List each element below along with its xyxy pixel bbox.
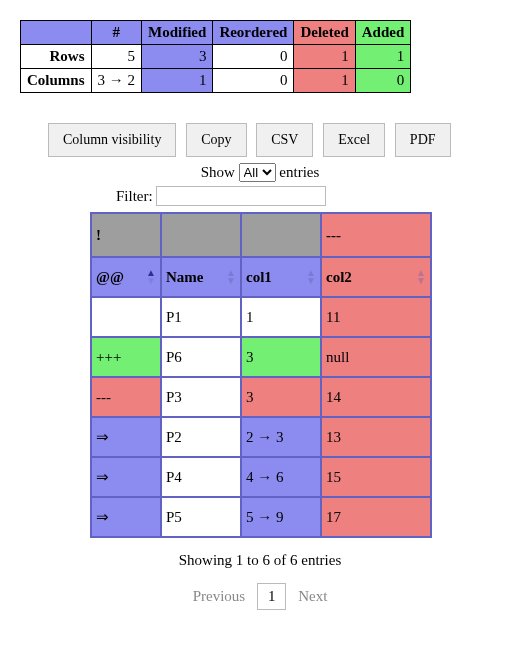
diff-header-row-1: ! --- (91, 213, 431, 257)
diff-cell: 17 (321, 497, 431, 537)
diff-cell: 2 → 3 (241, 417, 321, 457)
diff-h2-c3-label: col2 (326, 269, 352, 285)
diff-cell (91, 297, 161, 337)
diff-h1-c1 (161, 213, 241, 257)
diff-cell: ⇒ (91, 457, 161, 497)
excel-button[interactable]: Excel (323, 123, 385, 157)
length-menu-select[interactable]: All (239, 163, 276, 182)
diff-h2-c0-label: @@ (96, 269, 124, 285)
diff-cell: ⇒ (91, 497, 161, 537)
summary-hdr-modified: Modified (142, 21, 213, 45)
diff-tbody: P1 1 11 +++ P6 3 null --- P3 3 14 ⇒ P2 2… (91, 297, 431, 537)
summary-row-columns: Columns 3 → 2 1 0 1 0 (21, 69, 411, 93)
summary-cols-label: Columns (21, 69, 92, 93)
csv-button[interactable]: CSV (256, 123, 313, 157)
diff-cell: P2 (161, 417, 241, 457)
filter-input[interactable] (156, 186, 326, 206)
prev-page-button[interactable]: Previous (193, 588, 246, 604)
diff-cell: P1 (161, 297, 241, 337)
diff-cell: 3 (241, 377, 321, 417)
summary-hdr-added: Added (355, 21, 411, 45)
table-row: --- P3 3 14 (91, 377, 431, 417)
summary-cols-added: 0 (355, 69, 411, 93)
diff-cell: ⇒ (91, 417, 161, 457)
length-menu: Show All entries (20, 163, 500, 182)
diff-header-row-2: @@ ▲▼ Name ▲▼ col1 ▲▼ col2 ▲▼ (91, 257, 431, 297)
diff-cell: P5 (161, 497, 241, 537)
diff-h2-c1-label: Name (166, 269, 204, 285)
diff-cell: 13 (321, 417, 431, 457)
diff-h2-c2[interactable]: col1 ▲▼ (241, 257, 321, 297)
summary-cols-reordered: 0 (213, 69, 294, 93)
diff-h2-c1[interactable]: Name ▲▼ (161, 257, 241, 297)
diff-h2-c2-label: col1 (246, 269, 272, 285)
diff-cell: +++ (91, 337, 161, 377)
length-menu-prefix: Show (201, 164, 235, 180)
table-row: ⇒ P4 4 → 6 15 (91, 457, 431, 497)
length-menu-suffix: entries (279, 164, 319, 180)
summary-cols-count: 3 → 2 (91, 69, 142, 93)
diff-cell: 5 → 9 (241, 497, 321, 537)
diff-cell: 11 (321, 297, 431, 337)
pagination: Previous 1 Next (20, 583, 500, 610)
table-info: Showing 1 to 6 of 6 entries (20, 552, 500, 569)
filter-row: Filter: (20, 186, 500, 206)
export-buttons-row: Column visibility Copy CSV Excel PDF (20, 123, 500, 157)
diff-summary-table: # Modified Reordered Deleted Added Rows … (20, 20, 411, 93)
summary-rows-reordered: 0 (213, 45, 294, 69)
summary-hdr-deleted: Deleted (294, 21, 355, 45)
sort-icon: ▲▼ (306, 269, 316, 285)
summary-corner (21, 21, 92, 45)
table-row: +++ P6 3 null (91, 337, 431, 377)
pdf-button[interactable]: PDF (395, 123, 451, 157)
summary-rows-label: Rows (21, 45, 92, 69)
diff-cell: P3 (161, 377, 241, 417)
diff-cell: --- (91, 377, 161, 417)
diff-cell: 4 → 6 (241, 457, 321, 497)
summary-cols-deleted: 1 (294, 69, 355, 93)
copy-button[interactable]: Copy (186, 123, 246, 157)
summary-cols-modified: 1 (142, 69, 213, 93)
sort-icon: ▲▼ (416, 269, 426, 285)
page-number-button[interactable]: 1 (257, 583, 287, 610)
summary-hdr-count: # (91, 21, 142, 45)
diff-cell: 15 (321, 457, 431, 497)
summary-rows-deleted: 1 (294, 45, 355, 69)
summary-hdr-reordered: Reordered (213, 21, 294, 45)
diff-table: ! --- @@ ▲▼ Name ▲▼ col1 ▲▼ col2 ▲▼ (90, 212, 432, 538)
diff-h1-c0: ! (91, 213, 161, 257)
diff-h2-c3[interactable]: col2 ▲▼ (321, 257, 431, 297)
diff-cell: 1 (241, 297, 321, 337)
table-row: ⇒ P5 5 → 9 17 (91, 497, 431, 537)
next-page-button[interactable]: Next (298, 588, 327, 604)
diff-cell: 14 (321, 377, 431, 417)
diff-h1-c2 (241, 213, 321, 257)
filter-label: Filter: (116, 188, 153, 204)
diff-h2-c0[interactable]: @@ ▲▼ (91, 257, 161, 297)
summary-row-rows: Rows 5 3 0 1 1 (21, 45, 411, 69)
table-row: P1 1 11 (91, 297, 431, 337)
diff-cell: null (321, 337, 431, 377)
summary-rows-modified: 3 (142, 45, 213, 69)
summary-rows-count: 5 (91, 45, 142, 69)
diff-cell: P4 (161, 457, 241, 497)
sort-icon: ▲▼ (226, 269, 236, 285)
table-row: ⇒ P2 2 → 3 13 (91, 417, 431, 457)
sort-asc-icon: ▲▼ (146, 269, 156, 285)
diff-h1-c3: --- (321, 213, 431, 257)
column-visibility-button[interactable]: Column visibility (48, 123, 176, 157)
diff-cell: P6 (161, 337, 241, 377)
diff-cell: 3 (241, 337, 321, 377)
summary-rows-added: 1 (355, 45, 411, 69)
